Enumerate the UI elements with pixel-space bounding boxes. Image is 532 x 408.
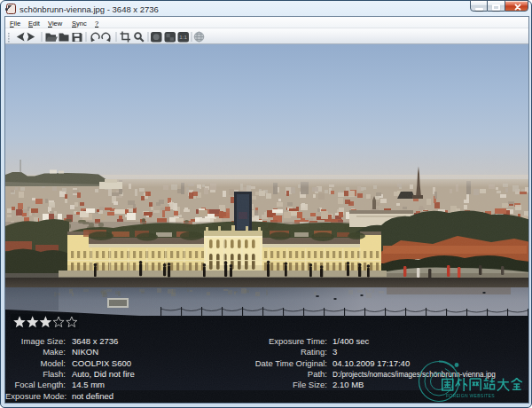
svg-text:1:1: 1:1 xyxy=(179,34,187,40)
svg-text:FOREIGN WEBSITES: FOREIGN WEBSITES xyxy=(446,393,495,398)
